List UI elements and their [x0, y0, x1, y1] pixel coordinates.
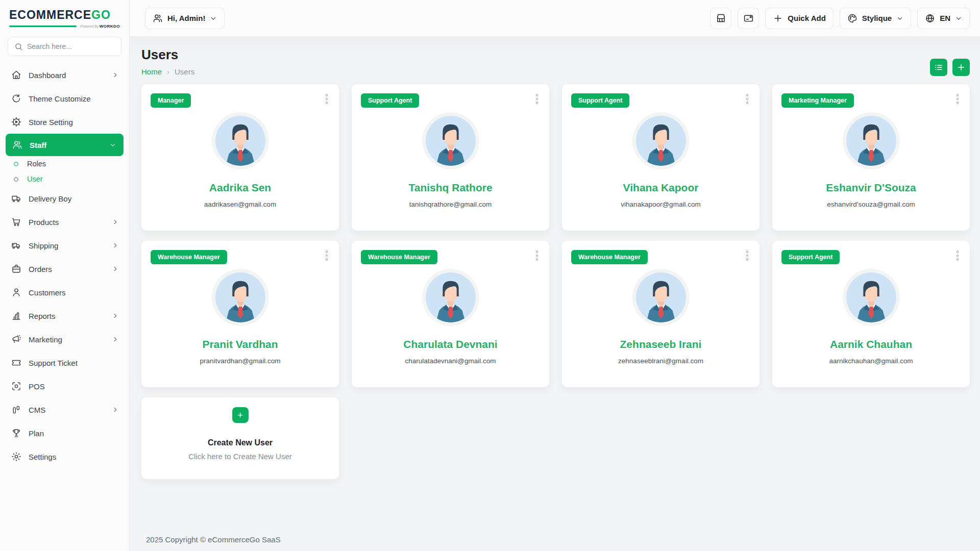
create-card-title: Create New User — [208, 438, 273, 447]
staff-users-icon — [12, 140, 22, 150]
brand-logo[interactable]: ECOMMERCEGO Powered By WORKDO — [0, 0, 129, 32]
user-card: Marketing Manager Eshanvir D'Souza eshan… — [772, 84, 970, 231]
role-badge: Support Agent — [571, 93, 629, 108]
avatar — [426, 272, 476, 322]
role-badge: Manager — [151, 93, 191, 108]
sidebar-item-staff[interactable]: Staff — [6, 134, 124, 156]
sidebar-subitem-user[interactable]: User — [0, 171, 129, 187]
quick-add-button[interactable]: Quick Add — [765, 8, 833, 29]
chevron-right-icon — [112, 71, 119, 79]
sidebar-item-plan[interactable]: Plan — [0, 421, 129, 445]
theme-style-dropdown[interactable]: Stylique — [840, 8, 911, 29]
card-menu-button[interactable] — [322, 92, 332, 106]
breadcrumb-home-link[interactable]: Home — [141, 67, 162, 76]
storefront-button[interactable] — [710, 8, 731, 29]
storefront-icon — [716, 13, 726, 23]
sidebar-item-reports[interactable]: Reports — [0, 304, 129, 328]
role-badge: Warehouse Manager — [151, 250, 227, 264]
store-setting-icon — [11, 117, 21, 127]
role-badge: Support Agent — [781, 250, 840, 264]
chevron-down-icon — [955, 15, 962, 22]
sidebar-item-settings[interactable]: Settings — [0, 445, 129, 468]
cart-icon — [11, 217, 21, 227]
user-name-link[interactable]: Zehnaseeb Irani — [562, 338, 760, 350]
user-name-link[interactable]: Eshanvir D'Souza — [772, 182, 970, 194]
list-view-button[interactable] — [930, 59, 947, 76]
sidebar-item-cms[interactable]: CMS — [0, 398, 129, 421]
chevron-right-icon — [112, 218, 119, 226]
add-user-button[interactable] — [952, 59, 970, 76]
chevron-right-icon — [112, 406, 119, 413]
user-name-link[interactable]: Aarnik Chauhan — [772, 338, 970, 350]
delivery-truck-icon — [11, 193, 21, 204]
card-menu-button[interactable] — [532, 92, 542, 106]
avatar — [846, 116, 896, 166]
home-icon — [11, 70, 21, 80]
chevron-down-icon — [210, 15, 217, 22]
card-icon — [743, 13, 754, 23]
sidebar-subitem-roles[interactable]: Roles — [0, 156, 129, 171]
theme-customize-icon — [11, 93, 21, 104]
search-input[interactable] — [27, 42, 115, 51]
powered-by: Powered By WORKDO — [81, 24, 120, 29]
sidebar-item-delivery-boy[interactable]: Delivery Boy — [0, 187, 129, 210]
chevron-down-icon — [109, 141, 116, 148]
user-name-link[interactable]: Pranit Vardhan — [141, 338, 339, 350]
copyright-text: 2025 Copyright © eCommerceGo SaaS — [141, 535, 970, 544]
role-badge: Marketing Manager — [781, 93, 854, 108]
sidebar-item-orders[interactable]: Orders — [0, 257, 129, 281]
sidebar-item-customers[interactable]: Customers — [0, 281, 129, 304]
user-name-link[interactable]: Aadrika Sen — [141, 182, 339, 194]
pos-card-button[interactable] — [738, 8, 759, 29]
avatar — [215, 272, 265, 322]
sidebar-item-pos[interactable]: POS — [0, 374, 129, 398]
shipping-truck-icon — [11, 240, 21, 251]
language-dropdown[interactable]: EN — [917, 8, 970, 29]
bullet-ring-icon — [13, 177, 19, 182]
user-card: Support Agent Tanishq Rathore tanishqrat… — [352, 84, 549, 231]
user-name-link[interactable]: Tanishq Rathore — [352, 182, 549, 194]
card-menu-button[interactable] — [532, 249, 542, 262]
create-new-user-card[interactable]: + Create New User Click here to Create N… — [141, 397, 339, 479]
card-menu-button[interactable] — [952, 92, 963, 106]
chevron-right-icon — [112, 336, 119, 343]
plus-icon — [773, 13, 783, 23]
topbar: Hi, Admin! Quick Add Stylique EN — [130, 0, 980, 37]
user-card: Warehouse Manager Charulata Devnani char… — [352, 241, 549, 387]
user-card: Warehouse Manager Zehnaseeb Irani zehnas… — [562, 241, 760, 387]
sidebar-item-store-setting[interactable]: Store Setting — [0, 110, 129, 134]
bullet-ring-icon — [13, 161, 19, 167]
admin-greeting: Hi, Admin! — [167, 14, 205, 22]
sidebar-item-dashboard[interactable]: Dashboard — [0, 63, 129, 87]
user-card-grid: Manager Aadrika Sen aadrikasen@gmail.com… — [141, 84, 970, 479]
user-name-link[interactable]: Vihana Kapoor — [562, 182, 760, 194]
trophy-icon — [11, 428, 21, 438]
megaphone-icon — [11, 334, 21, 344]
page-title: Users — [141, 47, 194, 63]
card-menu-button[interactable] — [742, 249, 752, 262]
palette-icon — [847, 13, 857, 23]
avatar — [636, 272, 686, 322]
sidebar-item-marketing[interactable]: Marketing — [0, 328, 129, 351]
chevron-down-icon — [896, 15, 903, 22]
sidebar-item-products[interactable]: Products — [0, 210, 129, 234]
user-name-link[interactable]: Charulata Devnani — [352, 338, 549, 350]
breadcrumb-current: Users — [175, 67, 194, 76]
briefcase-icon — [11, 264, 21, 274]
chevron-right-icon — [112, 242, 119, 249]
user-card: Support Agent Vihana Kapoor vihanakapoor… — [562, 84, 760, 231]
breadcrumb-separator: › — [167, 67, 169, 76]
admin-menu-button[interactable]: Hi, Admin! — [145, 8, 225, 29]
sidebar-nav: Dashboard Theme Customize Store Setting … — [0, 63, 129, 468]
create-plus-icon[interactable]: + — [232, 407, 249, 423]
avatar — [846, 272, 896, 322]
brand-logo-go: GO — [91, 8, 111, 22]
card-menu-button[interactable] — [742, 92, 752, 106]
sidebar-item-theme-customize[interactable]: Theme Customize — [0, 87, 129, 110]
card-menu-button[interactable] — [322, 249, 332, 262]
pos-icon — [11, 381, 21, 391]
user-email: aadrikasen@gmail.com — [141, 201, 339, 208]
sidebar-item-shipping[interactable]: Shipping — [0, 234, 129, 257]
sidebar-item-support-ticket[interactable]: Support Ticket — [0, 351, 129, 374]
card-menu-button[interactable] — [952, 249, 963, 262]
